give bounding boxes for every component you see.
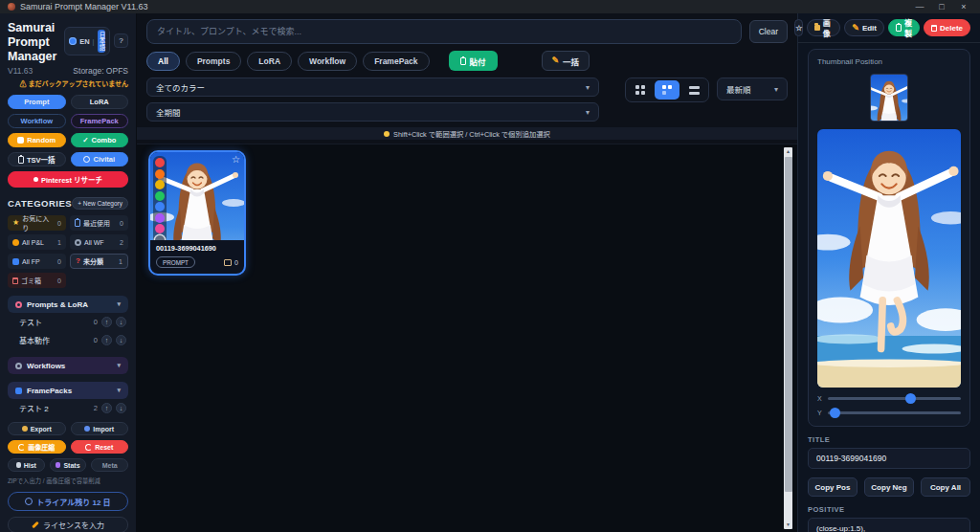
language-toggle[interactable]: EN | 日本語: [64, 27, 110, 55]
trial-button[interactable]: トライアル残り 12 日: [8, 492, 128, 511]
list-item-test2[interactable]: テスト 2 2 ↑ ↓: [8, 399, 128, 417]
prompt-card[interactable]: ☆ 00119-3699041690 PROMPT 0: [148, 150, 246, 276]
sort-select[interactable]: 最新順 ▾: [717, 78, 788, 100]
category-trash[interactable]: ゴミ箱0: [8, 273, 66, 288]
color-dot-orange[interactable]: [155, 169, 165, 179]
import-button[interactable]: Import: [71, 422, 129, 435]
minimize-button[interactable]: —: [911, 0, 928, 13]
combo-button[interactable]: ✓ Combo: [71, 133, 129, 147]
image-button[interactable]: 画像: [807, 19, 840, 36]
maximize-button[interactable]: □: [933, 0, 950, 13]
close-button[interactable]: ×: [955, 0, 972, 13]
scroll-up-arrow[interactable]: ▲: [784, 147, 792, 156]
favorite-button[interactable]: ☆: [794, 19, 803, 36]
move-up-button[interactable]: ↑: [101, 317, 112, 327]
framepack-button[interactable]: FramePack: [71, 114, 129, 128]
meta-button[interactable]: Meta: [91, 458, 128, 472]
filter-tab-prompts[interactable]: Prompts: [186, 52, 241, 71]
view-list-button[interactable]: [681, 80, 706, 100]
chevron-down-icon: ▾: [774, 85, 778, 94]
pinterest-research-button[interactable]: Pinterest リサーチ: [8, 171, 128, 188]
section-prompts-lora[interactable]: Prompts & LoRA ▾: [8, 296, 128, 313]
reset-icon: [85, 444, 92, 451]
filter-tab-lora[interactable]: LoRA: [247, 52, 292, 71]
category-all-pl[interactable]: All P&L1: [8, 234, 66, 250]
random-button[interactable]: Random: [8, 133, 66, 147]
tsv-bulk-button[interactable]: TSV一括: [8, 152, 66, 166]
civitai-button[interactable]: Civitai: [71, 152, 129, 166]
favorite-star-icon[interactable]: ☆: [232, 154, 240, 165]
edit-button[interactable]: ✎ Edit: [844, 19, 884, 36]
lora-button[interactable]: LoRA: [71, 95, 129, 109]
image-compress-button[interactable]: 画像圧縮: [8, 440, 66, 454]
color-dot-green[interactable]: [155, 191, 165, 201]
color-dot-yellow[interactable]: [155, 180, 165, 189]
license-button[interactable]: ライセンスを入力: [8, 517, 128, 532]
move-down-button[interactable]: ↓: [116, 317, 126, 327]
duplicate-button[interactable]: 複製: [888, 19, 920, 36]
category-all-wf[interactable]: All WF2: [70, 234, 128, 250]
x-slider[interactable]: [828, 397, 961, 400]
chevron-down-icon: ▾: [117, 300, 121, 308]
move-down-button[interactable]: ↓: [116, 403, 126, 413]
language-en[interactable]: EN: [79, 37, 89, 46]
title-input[interactable]: [808, 448, 970, 469]
color-dot-blue[interactable]: [155, 202, 165, 211]
x-slider-thumb[interactable]: [905, 393, 916, 404]
color-dot-pink[interactable]: [155, 224, 165, 233]
filter-tab-workflow[interactable]: Workflow: [298, 52, 357, 71]
help-button[interactable]: ?: [114, 33, 128, 48]
thumbnail-position-label: Thumbnail Position: [817, 57, 961, 66]
copy-pos-button[interactable]: Copy Pos: [808, 477, 858, 497]
y-slider[interactable]: [828, 411, 961, 414]
card-thumbnail[interactable]: ☆: [150, 152, 244, 240]
color-dot-red[interactable]: [155, 158, 165, 167]
view-masonry-button[interactable]: [655, 80, 679, 100]
new-category-button[interactable]: + New Category: [72, 197, 128, 210]
color-dot-none[interactable]: [155, 235, 165, 241]
image-preview[interactable]: [817, 129, 961, 388]
scroll-down-arrow[interactable]: ▼: [784, 521, 792, 529]
y-slider-thumb[interactable]: [830, 408, 840, 418]
move-up-button[interactable]: ↑: [101, 335, 112, 345]
thumbnail-preview[interactable]: [870, 74, 908, 122]
language-jp-active[interactable]: 日本語: [98, 30, 106, 53]
main-scrollbar[interactable]: ▲ ▼: [784, 147, 792, 529]
filter-tab-framepack[interactable]: FramePack: [363, 52, 429, 71]
workflow-button[interactable]: Workflow: [8, 114, 66, 128]
bulk-button[interactable]: ✎ 一括: [542, 51, 590, 71]
scrollbar-thumb[interactable]: [785, 157, 792, 492]
paste-button[interactable]: 貼付: [449, 51, 498, 71]
list-item-test[interactable]: テスト 0 ↑ ↓: [8, 313, 128, 331]
card-type-badge: PROMPT: [156, 256, 195, 268]
category-favorites[interactable]: ★ お気に入り0: [8, 215, 66, 231]
section-framepacks[interactable]: FramePacks ▾: [8, 382, 128, 399]
copy-all-button[interactable]: Copy All: [921, 477, 970, 497]
clear-button[interactable]: Clear: [749, 20, 788, 43]
hist-button[interactable]: Hist: [8, 458, 45, 472]
view-toggle-group: [625, 78, 709, 102]
move-down-button[interactable]: ↓: [116, 335, 126, 345]
reset-button[interactable]: Reset: [71, 440, 129, 454]
move-up-button[interactable]: ↑: [101, 403, 112, 413]
section-workflows[interactable]: Workflows ▾: [8, 357, 128, 374]
category-all-fp[interactable]: All FP0: [8, 254, 66, 269]
filter-tab-all[interactable]: All: [146, 52, 180, 71]
list-item-basic[interactable]: 基本動作 0 ↑ ↓: [8, 331, 128, 349]
backup-warning: ⚠ まだバックアップされていません: [8, 78, 128, 88]
category-recent[interactable]: 最近使用0: [70, 215, 128, 231]
search-input[interactable]: [146, 19, 742, 44]
color-dot-purple[interactable]: [155, 213, 165, 223]
color-filter-select[interactable]: 全てのカラー ▾: [146, 78, 599, 97]
period-filter-select[interactable]: 全期間 ▾: [146, 102, 599, 122]
category-unsorted[interactable]: ? 未分類1: [70, 254, 128, 269]
prompt-button[interactable]: Prompt: [8, 95, 66, 109]
copy-neg-button[interactable]: Copy Neg: [864, 477, 914, 497]
positive-prompt-textarea[interactable]: (close-up:1.5), (from_below:1.5),1girl,s…: [808, 518, 970, 532]
export-button[interactable]: Export: [8, 422, 66, 435]
delete-button[interactable]: Delete: [924, 19, 970, 36]
stats-button[interactable]: Stats: [50, 458, 87, 472]
history-icon: [16, 462, 21, 468]
view-grid-button[interactable]: [628, 80, 653, 100]
clipboard-icon: [18, 156, 24, 164]
